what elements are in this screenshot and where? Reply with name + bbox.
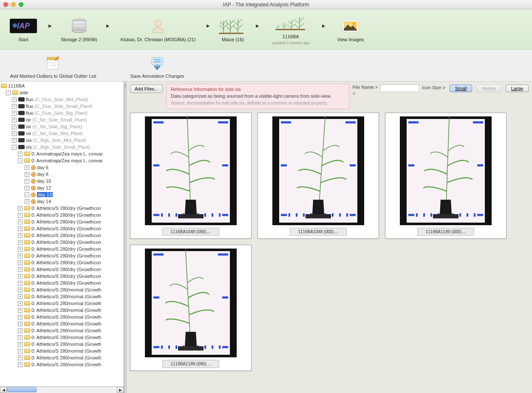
tree-folder[interactable]: +0: Athletico/S 280/normal (Growth [0, 293, 124, 300]
tree-day[interactable]: +day 12 [0, 184, 124, 191]
expander-icon[interactable]: + [25, 172, 29, 177]
tree-folder[interactable]: +0: Athletico/S 280/dry (Growthcon [0, 232, 124, 239]
expander-icon[interactable]: + [25, 179, 29, 184]
tree-folder[interactable]: +0: Athletico/S 280/dry (Growthcon [0, 280, 124, 286]
icon-size-middle-button[interactable]: Middle [476, 85, 501, 92]
expander-icon[interactable]: + [18, 301, 23, 306]
expander-icon[interactable]: + [18, 226, 23, 231]
breadcrumb-view-images[interactable]: View Images [327, 17, 374, 42]
tree-folder[interactable]: −0: Aromatnaja/Zea mays L. convar. [0, 157, 124, 164]
tree-folder[interactable]: +0: Athletico/S 280/dry (Growthcon [0, 246, 124, 252]
expander-icon[interactable]: + [18, 288, 23, 292]
tree-camera[interactable]: +fluo (C_Fluo_Side_Mid_Plant) [0, 96, 124, 103]
tree-day[interactable]: +day 10 [0, 178, 124, 184]
tree-folder[interactable]: +0: Athletico/S 280/normal (Growth [0, 334, 124, 341]
tree-root[interactable]: 1116BA [0, 82, 124, 89]
expander-icon[interactable]: + [18, 206, 23, 211]
scroll-left-arrow[interactable]: ◀ [0, 387, 7, 393]
expander-icon[interactable]: + [18, 247, 23, 252]
tree-folder[interactable]: +0: Athletico/S 280/normal (Growth [0, 300, 124, 307]
scroll-right-arrow[interactable]: ▶ [117, 387, 124, 393]
tree-folder[interactable]: +0: Athletico/S 280/dry (Growthcon [0, 239, 124, 246]
expander-icon[interactable]: + [18, 274, 23, 279]
scroll-thumb[interactable] [7, 387, 37, 392]
expander-icon[interactable]: + [12, 111, 17, 116]
thumbnail[interactable]: 1116BA1189 (000).... [385, 113, 507, 239]
expander-icon[interactable]: − [6, 90, 11, 95]
expander-icon[interactable]: + [18, 308, 23, 313]
expander-icon[interactable]: + [18, 220, 23, 224]
horizontal-scrollbar[interactable]: ◀ ▶ [0, 386, 124, 393]
save-annotation-button[interactable]: Save Annotation Changes [123, 56, 191, 79]
expander-icon[interactable]: + [18, 281, 23, 286]
expander-icon[interactable]: + [18, 267, 23, 272]
expander-icon[interactable]: + [18, 260, 23, 265]
tree-folder[interactable]: +0: Athletico/S 280/normal (Growth [0, 320, 124, 327]
expander-icon[interactable]: + [12, 104, 17, 109]
expander-icon[interactable]: + [18, 152, 23, 156]
tree-folder[interactable]: +0: Athletico/S 280/normal (Growth [0, 314, 124, 320]
expander-icon[interactable]: − [25, 192, 29, 197]
breadcrumb-user[interactable]: Klukas, Dr. Christian (MOG/BA) (21) [111, 17, 205, 42]
tree-camera[interactable]: +vis (C_Rgb_Side_Mid_Plant) [0, 137, 124, 144]
breadcrumb-storage[interactable]: Storage 2 (99/99) [54, 17, 105, 42]
expander-icon[interactable]: + [18, 342, 23, 347]
expander-icon[interactable]: + [18, 328, 23, 333]
tree-folder[interactable]: +0: Athletico/S 280/dry (Growthcon [0, 212, 124, 218]
file-name-input[interactable] [380, 85, 419, 92]
expander-icon[interactable]: + [25, 165, 29, 170]
tree-folder[interactable]: +0: Athletico/S 280/normal (Growth [0, 341, 124, 348]
expander-icon[interactable]: + [25, 186, 29, 190]
thumbnail[interactable]: 1116BA1189 (090).... [130, 245, 252, 371]
expander-icon[interactable]: + [25, 199, 29, 204]
add-outliers-button[interactable]: Add Marked Outliers to Global Outlier Li… [0, 56, 106, 79]
thumbnail[interactable]: 1116BA1048 (000).... [258, 113, 379, 239]
tree-side[interactable]: −side [0, 89, 124, 96]
tree-view[interactable]: 1116BA−side+fluo (C_Fluo_Side_Mid_Plant)… [0, 82, 124, 386]
expander-icon[interactable]: − [12, 145, 17, 150]
tree-camera[interactable]: +fluo (C_Fluo_Side_Small_Plant) [0, 103, 124, 110]
icon-size-small-button[interactable]: Small [450, 85, 473, 92]
tree-folder[interactable]: +0: Athletico/S 280/dry (Growthcon [0, 266, 124, 273]
tree-folder[interactable]: +0: Athletico/S 280/normal (Growth [0, 307, 124, 314]
expander-icon[interactable]: + [12, 138, 17, 143]
tree-folder[interactable]: +0: Athletico/S 280/dry (Growthcon [0, 205, 124, 212]
expander-icon[interactable]: + [18, 240, 23, 245]
expander-icon[interactable]: + [12, 131, 17, 136]
tree-folder[interactable]: +0: Athletico/S 280/normal (Growth [0, 361, 124, 368]
breadcrumb-experiment[interactable]: 1116BA updated 2 months ago [261, 14, 320, 45]
tree-folder[interactable]: +0: Athletico/S 280/normal (Growth [0, 348, 124, 354]
tree-folder[interactable]: +0: Athletico/S 280/dry (Growthcon [0, 225, 124, 232]
tree-day[interactable]: +day 14 [0, 198, 124, 205]
tree-folder[interactable]: +0: Athletico/S 280/normal (Growth [0, 354, 124, 361]
tree-day[interactable]: +day 6 [0, 164, 124, 171]
expander-icon[interactable]: + [18, 322, 23, 326]
tree-folder[interactable]: +0: Athletico/S 280/dry (Growthcon [0, 273, 124, 280]
expander-icon[interactable]: + [12, 124, 17, 129]
expander-icon[interactable]: + [18, 335, 23, 340]
tree-folder[interactable]: +0: Athletico/S 280/normal (Growth [0, 327, 124, 334]
expander-icon[interactable]: + [18, 362, 23, 367]
tree-camera[interactable]: +fluo (C_Fluo_Side_Big_Plant) [0, 110, 124, 116]
expander-icon[interactable]: + [18, 349, 23, 353]
expander-icon[interactable]: + [18, 294, 23, 299]
expander-icon[interactable]: + [18, 233, 23, 238]
add-files-button[interactable]: Add Files... [130, 85, 163, 93]
icon-size-large-button[interactable]: Large [506, 85, 529, 92]
tree-folder[interactable]: +0: Athletico/S 280/normal (Growth [0, 286, 124, 293]
expander-icon[interactable]: + [18, 254, 23, 258]
breadcrumb-start[interactable]: IAP Start [0, 17, 47, 42]
tree-day[interactable]: −day 13 [0, 191, 124, 198]
tree-folder[interactable]: +0: Athletico/S 280/dry (Growthcon [0, 259, 124, 266]
expander-icon[interactable]: − [18, 158, 23, 163]
tree-folder[interactable]: +0: Aromatnaja/Zea mays L. convar. [0, 150, 124, 157]
expander-icon[interactable]: + [18, 356, 23, 360]
expander-icon[interactable]: + [18, 213, 23, 218]
tree-folder[interactable]: +0: Athletico/S 280/dry (Growthcon [0, 218, 124, 225]
tree-camera[interactable]: +nir (C_Nir_Side_Small_Plant) [0, 116, 124, 123]
breadcrumb-species[interactable]: Maize (16) [212, 17, 254, 42]
tree-day[interactable]: +day 8 [0, 171, 124, 178]
tree-folder[interactable]: +0: Athletico/S 280/dry (Growthcon [0, 252, 124, 259]
expander-icon[interactable]: + [12, 97, 17, 102]
pane-splitter[interactable] [124, 82, 127, 393]
